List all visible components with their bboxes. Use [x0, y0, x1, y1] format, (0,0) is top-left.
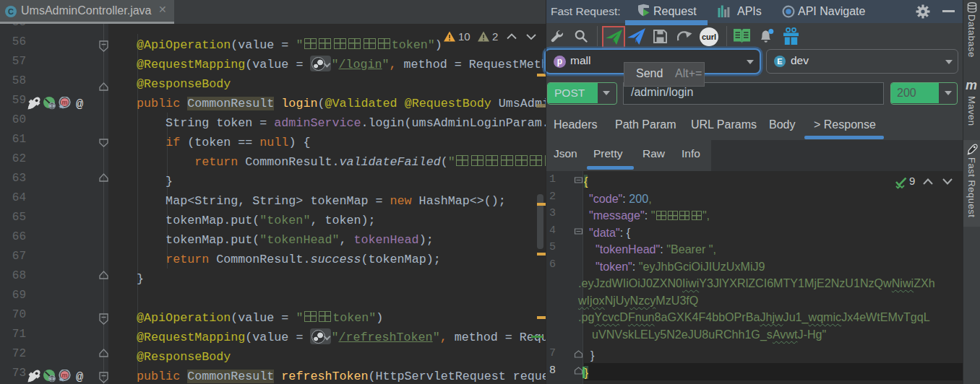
svg-text:m: m [61, 99, 67, 106]
svg-text:@: @ [76, 97, 83, 110]
svg-text:10: 10 [458, 30, 470, 43]
svg-text:m: m [61, 372, 67, 379]
svg-text:@: @ [76, 370, 83, 383]
svg-text:2: 2 [492, 30, 498, 43]
